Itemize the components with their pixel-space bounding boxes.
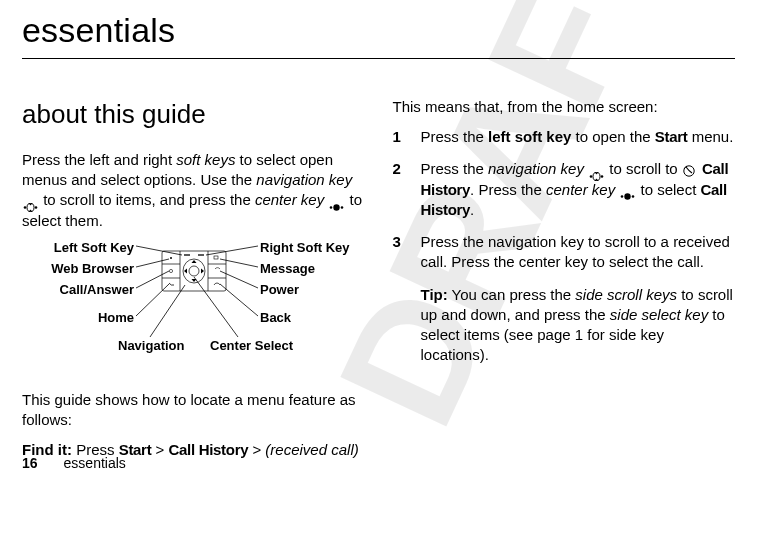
svg-point-33 xyxy=(601,175,604,178)
label-call-answer: Call/Answer xyxy=(60,281,134,299)
start-term: Start xyxy=(655,128,688,145)
svg-point-19 xyxy=(170,257,172,259)
svg-point-32 xyxy=(590,175,593,178)
svg-point-0 xyxy=(24,206,27,209)
label-navigation: Navigation xyxy=(118,337,184,355)
svg-line-31 xyxy=(220,284,258,316)
step-body: Press the navigation key to scroll to a … xyxy=(421,232,736,376)
centerkey-term: center key xyxy=(255,191,324,208)
step-number: 2 xyxy=(393,159,405,220)
svg-point-35 xyxy=(596,172,598,174)
svg-point-1 xyxy=(35,206,38,209)
softkeys-term: soft keys xyxy=(176,151,235,168)
svg-point-6 xyxy=(341,206,344,209)
label-right-soft-key: Right Soft Key xyxy=(260,239,350,257)
svg-point-7 xyxy=(334,204,340,210)
text: Press the left and right xyxy=(22,151,176,168)
label-power: Power xyxy=(260,281,299,299)
step-number: 3 xyxy=(393,232,405,376)
text: . xyxy=(470,201,474,218)
centerkey-term: center key xyxy=(546,181,615,198)
steps-list: 1 Press the left soft key to open the St… xyxy=(393,127,736,376)
navkey-term: navigation key xyxy=(488,160,584,177)
page-title: essentials xyxy=(22,8,735,54)
title-rule xyxy=(22,58,735,59)
nav-key-icon xyxy=(589,166,604,175)
svg-line-22 xyxy=(136,246,182,255)
text: Press the xyxy=(421,128,489,145)
page-number: 16 xyxy=(22,455,38,471)
svg-line-24 xyxy=(136,271,169,288)
side-select-term: side select key xyxy=(610,306,708,323)
step-body: Press the navigation key to scroll to Ca… xyxy=(421,159,736,220)
step-3: 3 Press the navigation key to scroll to … xyxy=(393,232,736,376)
text: to scroll to items, and press the xyxy=(43,191,255,208)
center-key-icon xyxy=(329,197,344,206)
svg-rect-20 xyxy=(214,256,218,259)
page: essentials about this guide Press the le… xyxy=(0,0,757,485)
nav-key-icon xyxy=(23,197,38,206)
svg-line-23 xyxy=(136,259,169,267)
left-soft-key-term: left soft key xyxy=(488,128,571,145)
keypad-diagram: Left Soft Key Web Browser Call/Answer Ho… xyxy=(22,241,362,376)
section-heading: about this guide xyxy=(22,97,365,132)
svg-point-10 xyxy=(189,266,199,276)
intro-paragraph: Press the left and right soft keys to se… xyxy=(22,150,365,231)
sep: > xyxy=(151,441,168,458)
text: to scroll to xyxy=(609,160,682,177)
text: menu. xyxy=(687,128,733,145)
text: You can press the xyxy=(448,286,576,303)
svg-line-28 xyxy=(206,246,258,255)
label-message: Message xyxy=(260,260,315,278)
sep: > xyxy=(248,441,265,458)
svg-point-40 xyxy=(625,193,631,199)
navkey-term: navigation key xyxy=(256,171,352,188)
text: Press the xyxy=(421,160,489,177)
footer: 16essentials xyxy=(22,454,126,473)
label-web-browser: Web Browser xyxy=(51,260,134,278)
guide-follow-text: This guide shows how to locate a menu fe… xyxy=(22,390,365,431)
label-home: Home xyxy=(98,309,134,327)
side-scroll-term: side scroll keys xyxy=(575,286,677,303)
svg-point-5 xyxy=(330,206,333,209)
step-2: 2 Press the navigation key to scroll to … xyxy=(393,159,736,220)
svg-point-39 xyxy=(632,195,635,198)
step-body: Press the left soft key to open the Star… xyxy=(421,127,736,147)
text: Press the navigation key to scroll to a … xyxy=(421,232,736,273)
svg-point-38 xyxy=(621,195,624,198)
call-history: Call History xyxy=(168,441,248,458)
footer-section: essentials xyxy=(64,455,126,471)
left-column: about this guide Press the left and righ… xyxy=(22,97,365,471)
label-back: Back xyxy=(260,309,291,327)
tip-paragraph: Tip: You can press the side scroll keys … xyxy=(421,285,736,366)
svg-point-3 xyxy=(30,203,32,205)
svg-line-27 xyxy=(194,277,238,337)
right-column: This means that, from the home screen: 1… xyxy=(393,97,736,471)
label-left-soft-key: Left Soft Key xyxy=(54,239,134,257)
right-lead: This means that, from the home screen: xyxy=(393,97,736,117)
step-1: 1 Press the left soft key to open the St… xyxy=(393,127,736,147)
step-number: 1 xyxy=(393,127,405,147)
text: to open the xyxy=(571,128,654,145)
text: . Press the xyxy=(470,181,546,198)
tip-label: Tip: xyxy=(421,286,448,303)
center-key-icon xyxy=(620,186,635,195)
svg-point-21 xyxy=(169,269,172,272)
svg-line-26 xyxy=(150,285,185,337)
call-history-icon xyxy=(682,163,696,177)
svg-line-25 xyxy=(136,284,169,316)
text: to select xyxy=(641,181,701,198)
label-center-select: Center Select xyxy=(210,337,293,355)
received-call: (received call) xyxy=(265,441,358,458)
